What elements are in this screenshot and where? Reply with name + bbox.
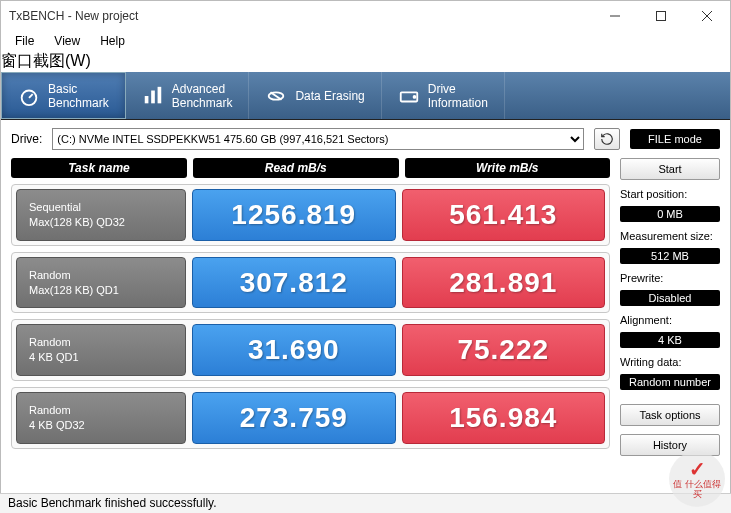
write-value: 156.984 — [402, 392, 606, 444]
status-bar: Basic Benchmark finished successfully. — [0, 493, 731, 513]
start-button[interactable]: Start — [620, 158, 720, 180]
start-position-value[interactable]: 0 MB — [620, 206, 720, 222]
task-label[interactable]: Random4 KB QD32 — [16, 392, 186, 444]
task-options-button[interactable]: Task options — [620, 404, 720, 426]
read-value: 273.759 — [192, 392, 396, 444]
menu-file[interactable]: File — [7, 32, 42, 50]
table-row: Random4 KB QD32 273.759 156.984 — [11, 387, 610, 449]
file-mode-badge: FILE mode — [630, 129, 720, 149]
table-row: Random4 KB QD1 31.690 75.222 — [11, 319, 610, 381]
menu-view[interactable]: View — [46, 32, 88, 50]
read-value: 1256.819 — [192, 189, 396, 241]
close-button[interactable] — [684, 1, 730, 31]
app-title: TxBENCH - New project — [9, 9, 138, 23]
table-row: RandomMax(128 KB) QD1 307.812 281.891 — [11, 252, 610, 314]
minimize-button[interactable] — [592, 1, 638, 31]
svg-rect-1 — [657, 12, 666, 21]
benchmark-table: Task name Read mB/s Write mB/s Sequentia… — [11, 158, 610, 456]
screenshot-overlay: 窗口截图(W) — [1, 51, 730, 72]
writing-data-value[interactable]: Random number — [620, 374, 720, 390]
prewrite-label: Prewrite: — [620, 272, 720, 284]
write-value: 75.222 — [402, 324, 606, 376]
task-label[interactable]: RandomMax(128 KB) QD1 — [16, 257, 186, 309]
task-label[interactable]: SequentialMax(128 KB) QD32 — [16, 189, 186, 241]
svg-point-10 — [413, 96, 415, 98]
erase-icon — [265, 85, 287, 107]
svg-line-5 — [29, 94, 33, 98]
svg-rect-8 — [157, 86, 161, 103]
write-value: 281.891 — [402, 257, 606, 309]
drive-select[interactable]: (C:) NVMe INTEL SSDPEKKW51 475.60 GB (99… — [52, 128, 584, 150]
drive-label: Drive: — [11, 132, 42, 146]
header-write: Write mB/s — [405, 158, 611, 178]
write-value: 561.413 — [402, 189, 606, 241]
task-label[interactable]: Random4 KB QD1 — [16, 324, 186, 376]
read-value: 31.690 — [192, 324, 396, 376]
alignment-value[interactable]: 4 KB — [620, 332, 720, 348]
alignment-label: Alignment: — [620, 314, 720, 326]
read-value: 307.812 — [192, 257, 396, 309]
svg-rect-7 — [151, 90, 155, 103]
tab-advanced-benchmark[interactable]: AdvancedBenchmark — [126, 72, 250, 119]
measurement-size-label: Measurement size: — [620, 230, 720, 242]
svg-rect-6 — [144, 96, 148, 103]
history-button[interactable]: History — [620, 434, 720, 456]
header-read: Read mB/s — [193, 158, 399, 178]
title-bar: TxBENCH - New project — [1, 1, 730, 31]
drive-icon — [398, 85, 420, 107]
tab-drive-information[interactable]: DriveInformation — [382, 72, 505, 119]
start-position-label: Start position: — [620, 188, 720, 200]
tab-data-erasing[interactable]: Data Erasing — [249, 72, 381, 119]
toolbar: BasicBenchmark AdvancedBenchmark Data Er… — [1, 72, 730, 120]
bars-icon — [142, 85, 164, 107]
menu-help[interactable]: Help — [92, 32, 133, 50]
refresh-icon — [600, 132, 614, 146]
tab-basic-benchmark[interactable]: BasicBenchmark — [1, 72, 126, 119]
gauge-icon — [18, 85, 40, 107]
table-row: SequentialMax(128 KB) QD32 1256.819 561.… — [11, 184, 610, 246]
menu-bar: File View Help — [1, 31, 730, 51]
side-panel: Start Start position: 0 MB Measurement s… — [620, 158, 720, 456]
refresh-button[interactable] — [594, 128, 620, 150]
maximize-button[interactable] — [638, 1, 684, 31]
header-task: Task name — [11, 158, 187, 178]
prewrite-value[interactable]: Disabled — [620, 290, 720, 306]
measurement-size-value[interactable]: 512 MB — [620, 248, 720, 264]
writing-data-label: Writing data: — [620, 356, 720, 368]
